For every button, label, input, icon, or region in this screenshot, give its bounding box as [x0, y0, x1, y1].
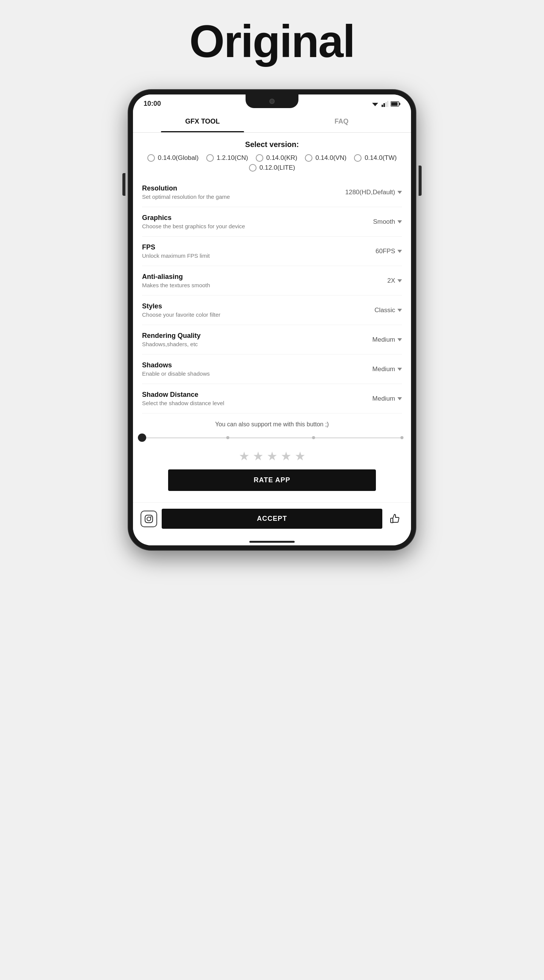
- setting-antialiasing-value[interactable]: 2X: [387, 277, 402, 285]
- setting-graphics-info: Graphics Choose the best graphics for yo…: [142, 214, 373, 229]
- setting-rendering-info: Rendering Quality Shadows,shaders, etc: [142, 332, 373, 347]
- slider-dot-1: [226, 436, 229, 439]
- version-option-cn[interactable]: 1.2.10(CN): [206, 154, 248, 162]
- radio-tw[interactable]: [354, 154, 362, 162]
- home-indicator: [133, 538, 411, 546]
- svg-rect-4: [385, 102, 387, 107]
- svg-rect-8: [399, 103, 400, 105]
- version-title: Select version:: [142, 140, 402, 149]
- setting-resolution-value[interactable]: 1280(HD,Default): [345, 189, 402, 196]
- radio-global[interactable]: [147, 154, 155, 162]
- setting-antialiasing-desc: Makes the textures smooth: [142, 282, 387, 288]
- version-label-lite: 0.12.0(LITE): [260, 164, 295, 172]
- chevron-down-icon: [397, 220, 402, 223]
- accept-button[interactable]: ACCEPT: [162, 509, 382, 529]
- star-2[interactable]: ★: [253, 449, 264, 463]
- slider-dot-2: [312, 436, 315, 439]
- thumbs-up-icon: [389, 513, 401, 525]
- tab-bar: GFX TOOL FAQ: [133, 111, 411, 133]
- setting-shadow-distance-label: Shadow Distance: [142, 391, 373, 399]
- setting-fps-value[interactable]: 60FPS: [376, 248, 402, 255]
- version-option-tw[interactable]: 0.14.0(TW): [354, 154, 397, 162]
- slider-track: [142, 437, 402, 438]
- setting-fps-info: FPS Unlock maximum FPS limit: [142, 243, 376, 259]
- svg-point-10: [147, 517, 151, 521]
- radio-cn[interactable]: [206, 154, 214, 162]
- setting-shadow-distance-value[interactable]: Medium: [373, 395, 402, 402]
- power-button: [419, 165, 422, 196]
- radio-kr[interactable]: [256, 154, 263, 162]
- status-time: 10:00: [144, 100, 161, 108]
- radio-lite[interactable]: [249, 164, 257, 172]
- setting-rendering-value[interactable]: Medium: [373, 336, 402, 344]
- setting-antialiasing: Anti-aliasing Makes the textures smooth …: [142, 266, 402, 296]
- setting-shadows-info: Shadows Enable or disable shadows: [142, 361, 373, 377]
- phone-mockup: 10:00: [128, 90, 416, 657]
- chevron-down-icon: [397, 368, 402, 371]
- notch: [246, 94, 298, 108]
- page-title: Original: [189, 15, 354, 67]
- setting-resolution-desc: Set optimal resolution for the game: [142, 194, 345, 200]
- battery-icon: [391, 101, 400, 107]
- volume-button: [122, 173, 125, 196]
- version-option-vn[interactable]: 0.14.0(VN): [305, 154, 346, 162]
- setting-fps-label: FPS: [142, 243, 376, 251]
- version-option-global[interactable]: 0.14.0(Global): [147, 154, 199, 162]
- svg-rect-9: [145, 515, 152, 523]
- setting-shadows-value[interactable]: Medium: [373, 366, 402, 373]
- setting-antialiasing-label: Anti-aliasing: [142, 273, 387, 281]
- setting-rendering-label: Rendering Quality: [142, 332, 373, 340]
- instagram-button[interactable]: [141, 511, 157, 527]
- setting-resolution-info: Resolution Set optimal resolution for th…: [142, 185, 345, 200]
- version-label-tw: 0.14.0(TW): [365, 154, 397, 162]
- support-text: You can also support me with this button…: [142, 421, 402, 428]
- setting-antialiasing-info: Anti-aliasing Makes the textures smooth: [142, 273, 387, 288]
- star-rating[interactable]: ★ ★ ★ ★ ★: [142, 449, 402, 463]
- thumbs-up-button[interactable]: [387, 511, 403, 527]
- setting-shadow-distance-info: Shadow Distance Select the shadow distan…: [142, 391, 373, 406]
- setting-fps-desc: Unlock maximum FPS limit: [142, 253, 376, 259]
- instagram-icon: [144, 514, 153, 523]
- star-3[interactable]: ★: [267, 449, 278, 463]
- setting-graphics-value[interactable]: Smooth: [373, 218, 402, 226]
- setting-styles-desc: Choose your favorite color filter: [142, 312, 374, 318]
- star-5[interactable]: ★: [295, 449, 306, 463]
- main-content: Select version: 0.14.0(Global) 1.2.10(CN…: [133, 133, 411, 502]
- chevron-down-icon: [397, 191, 402, 194]
- setting-resolution: Resolution Set optimal resolution for th…: [142, 178, 402, 207]
- support-slider[interactable]: [142, 434, 402, 441]
- svg-rect-7: [392, 102, 398, 105]
- star-1[interactable]: ★: [239, 449, 250, 463]
- setting-graphics: Graphics Choose the best graphics for yo…: [142, 207, 402, 237]
- setting-shadows: Shadows Enable or disable shadows Medium: [142, 355, 402, 384]
- svg-rect-3: [384, 103, 385, 107]
- chevron-down-icon: [397, 397, 402, 400]
- tab-gfx-tool[interactable]: GFX TOOL: [133, 111, 272, 132]
- support-section: You can also support me with this button…: [142, 414, 402, 502]
- setting-rendering: Rendering Quality Shadows,shaders, etc M…: [142, 325, 402, 355]
- setting-fps: FPS Unlock maximum FPS limit 60FPS: [142, 237, 402, 266]
- setting-rendering-desc: Shadows,shaders, etc: [142, 341, 373, 347]
- setting-styles: Styles Choose your favorite color filter…: [142, 296, 402, 325]
- setting-graphics-desc: Choose the best graphics for your device: [142, 223, 373, 229]
- chevron-down-icon: [397, 279, 402, 282]
- star-4[interactable]: ★: [281, 449, 292, 463]
- rate-app-button[interactable]: RATE APP: [168, 469, 376, 491]
- setting-shadow-distance: Shadow Distance Select the shadow distan…: [142, 384, 402, 414]
- chevron-down-icon: [397, 309, 402, 312]
- setting-shadows-label: Shadows: [142, 361, 373, 369]
- version-options: 0.14.0(Global) 1.2.10(CN) 0.14.0(KR): [142, 154, 402, 172]
- tab-faq[interactable]: FAQ: [272, 111, 411, 132]
- chevron-down-icon: [397, 338, 402, 341]
- wifi-icon: [371, 101, 379, 107]
- slider-thumb[interactable]: [138, 433, 146, 442]
- version-option-lite[interactable]: 0.12.0(LITE): [249, 164, 295, 172]
- setting-styles-value[interactable]: Classic: [374, 307, 402, 314]
- setting-shadow-distance-desc: Select the shadow distance level: [142, 400, 373, 406]
- version-label-kr: 0.14.0(KR): [266, 154, 297, 162]
- radio-vn[interactable]: [305, 154, 312, 162]
- setting-styles-label: Styles: [142, 302, 374, 310]
- signal-icon: [382, 101, 389, 107]
- version-option-kr[interactable]: 0.14.0(KR): [256, 154, 297, 162]
- svg-rect-5: [387, 101, 389, 107]
